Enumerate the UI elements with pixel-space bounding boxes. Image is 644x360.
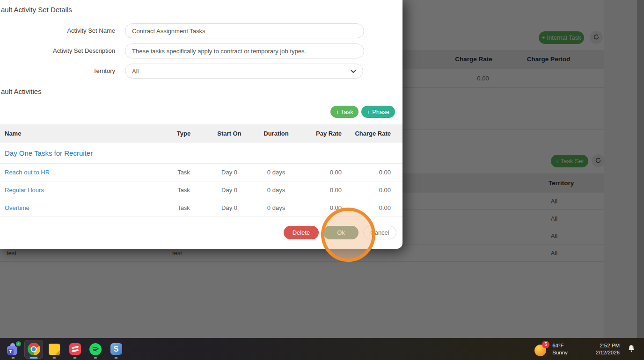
task-type-cell: Task: [164, 204, 204, 211]
sticky-notes-icon: [49, 344, 60, 355]
task-charge-rate-cell: 0.00: [342, 169, 402, 176]
task-name-link[interactable]: Overtime: [5, 204, 29, 211]
task-type-cell: Task: [164, 169, 204, 176]
task-duration-cell: 0 days: [255, 169, 297, 176]
column-header-duration: Duration: [255, 130, 297, 137]
task-pay-rate-cell: 0.00: [297, 169, 342, 176]
click-highlight-circle: [321, 208, 375, 262]
teams-status-badge: ✓: [15, 340, 22, 347]
territory-selected-value: All: [132, 68, 139, 75]
weather-widget[interactable]: 5 64°F Sunny: [534, 342, 568, 356]
clock-widget[interactable]: 2:52 PM 2/12/2026: [596, 342, 620, 356]
territory-label: Territory: [0, 64, 115, 79]
task-row: Reach out to HR Task Day 0 0 days 0.00 0…: [0, 163, 402, 181]
activities-section-title: ault Activities: [1, 87, 42, 95]
task-start-cell: Day 0: [204, 169, 255, 176]
task-pay-rate-cell: 0.00: [297, 187, 342, 194]
temperature-text: 64°F: [552, 342, 568, 349]
activity-set-name-label: Activity Set Name: [0, 23, 115, 38]
weather-condition-text: Sunny: [552, 349, 568, 356]
activity-set-name-input[interactable]: [125, 23, 364, 38]
task-type-cell: Task: [164, 187, 204, 194]
task-name-link[interactable]: Regular Hours: [5, 187, 44, 194]
task-row: Regular Hours Task Day 0 0 days 0.00 0.0…: [0, 181, 402, 199]
notification-center-button[interactable]: z: [624, 342, 638, 356]
screen: + Internal Task Charge Rate Charge Perio…: [0, 0, 644, 360]
task-pay-rate-cell: 0.00: [297, 204, 342, 211]
taskbar-item-chrome[interactable]: [23, 339, 44, 360]
running-indicator: [115, 357, 118, 359]
taskbar: T ✓: [0, 338, 644, 360]
activity-set-description-input[interactable]: [125, 43, 364, 58]
bullhorn-icon: [69, 343, 81, 355]
column-header-start-on: Start On: [204, 130, 255, 137]
column-header-type: Type: [164, 130, 204, 137]
task-duration-cell: 0 days: [255, 204, 297, 211]
taskbar-item-snagit[interactable]: S: [106, 339, 126, 360]
snagit-icon: S: [110, 343, 122, 355]
task-name-link[interactable]: Reach out to HR: [5, 169, 50, 176]
add-phase-button[interactable]: + Phase: [361, 106, 395, 118]
chrome-icon: [28, 343, 40, 355]
activity-set-description-label: Activity Set Description: [0, 43, 115, 58]
task-start-cell: Day 0: [204, 187, 255, 194]
territory-select[interactable]: All: [125, 64, 363, 79]
taskbar-item-teams[interactable]: T ✓: [3, 339, 23, 360]
task-start-cell: Day 0: [204, 204, 255, 211]
taskbar-item-spotify[interactable]: [85, 339, 106, 360]
modal-title: ault Activity Set Details: [1, 6, 72, 14]
running-indicator: [12, 357, 15, 359]
delete-button[interactable]: Delete: [284, 226, 319, 239]
taskbar-item-sticky-notes[interactable]: [44, 339, 65, 360]
teams-icon: T ✓: [7, 343, 19, 355]
running-indicator: [73, 357, 77, 359]
active-running-indicator: [30, 357, 38, 359]
chevron-down-icon: [351, 68, 356, 75]
task-charge-rate-cell: 0.00: [342, 187, 402, 194]
running-indicator: [53, 357, 56, 359]
add-task-button[interactable]: + Task: [330, 106, 359, 118]
date-text: 2/12/2026: [596, 349, 620, 356]
task-duration-cell: 0 days: [255, 187, 297, 194]
spotify-icon: [89, 343, 102, 355]
phase-name-link[interactable]: Day One Tasks for Recruiter: [0, 149, 93, 157]
column-header-pay-rate: Pay Rate: [297, 130, 342, 137]
activities-table-header: Name Type Start On Duration Pay Rate Cha…: [0, 124, 402, 143]
time-text: 2:52 PM: [596, 342, 620, 349]
running-indicator: [94, 357, 97, 359]
phase-row: Day One Tasks for Recruiter: [0, 143, 402, 163]
notification-count-badge: 5: [542, 341, 549, 348]
scrollbar[interactable]: [637, 0, 644, 338]
taskbar-item-bullhorn[interactable]: [65, 339, 85, 360]
column-header-name: Name: [0, 130, 164, 137]
taskbar-app-icons: T ✓: [3, 338, 126, 360]
svg-text:z: z: [632, 344, 634, 347]
system-tray: 5 64°F Sunny 2:52 PM 2/12/2026 z: [534, 338, 644, 360]
bell-dnd-icon: z: [627, 344, 636, 355]
activities-table: Name Type Start On Duration Pay Rate Cha…: [0, 124, 402, 216]
column-header-charge-rate: Charge Rate: [342, 130, 402, 137]
